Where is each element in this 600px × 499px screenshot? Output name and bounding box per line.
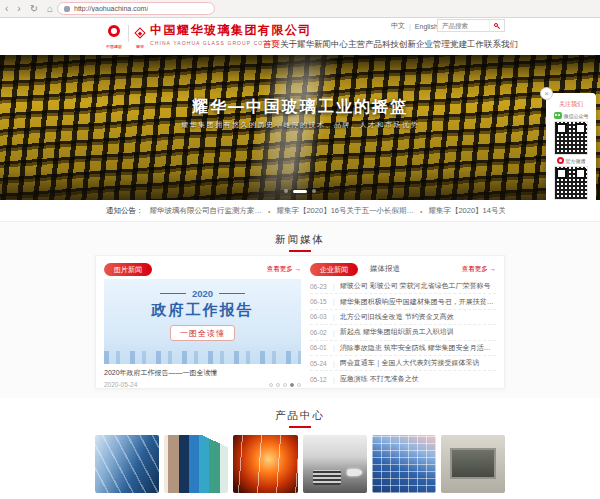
banner-carousel-indicators — [0, 189, 600, 193]
products-section: 产品中心 i — [0, 398, 600, 499]
news-title: 耀华集团积极响应中国建材集团号召，开展扶贫活动 — [340, 297, 496, 307]
news-section: 新闻媒体 图片新闻 查看更多 → 2020 政府工作报告 一图全读懂 2020年… — [0, 222, 600, 398]
photo-news-more-link[interactable]: 查看更多 → — [267, 265, 301, 274]
title-underline — [289, 250, 311, 252]
notice-item[interactable]: 耀集字【2020】16号关于五一小长假期… — [276, 206, 414, 216]
yaohua-logo[interactable]: 耀华 — [132, 23, 148, 49]
company-news-more-link[interactable]: 查看更多 → — [462, 265, 496, 274]
news-row[interactable]: 06-01|消除事故隐患 筑牢安全防线 耀华集团安全月活动启动 — [310, 341, 496, 356]
address-bar[interactable]: http://yaohuachina.com/ — [57, 2, 215, 15]
wechat-row: 微信公众号 — [546, 112, 596, 119]
news-row[interactable]: 05-12|应急演练 不打无准备之仗 — [310, 371, 496, 386]
back-icon[interactable]: ‹ — [5, 4, 8, 14]
lang-en-link[interactable]: English — [415, 23, 438, 30]
carousel-dot[interactable] — [297, 383, 301, 387]
news-date: 06-23 — [310, 283, 332, 290]
product-image-tinted-glass-sheets[interactable] — [164, 435, 228, 493]
forward-icon[interactable]: › — [17, 4, 20, 14]
tab-photo-news[interactable]: 图片新闻 — [104, 263, 152, 276]
row-divider: | — [333, 283, 335, 290]
product-cards — [95, 435, 505, 493]
group-logo[interactable]: 中国建材 — [104, 23, 124, 49]
news-row[interactable]: 05-24|两会直通车｜全国人大代表刘芳接受媒体采访 — [310, 356, 496, 371]
nav-home[interactable]: 首页 — [263, 39, 280, 51]
news-row[interactable]: 06-23|耀玻公司 彩玻公司 荣获河北省绿色工厂荣誉称号 — [310, 279, 496, 294]
search-button[interactable] — [489, 20, 504, 31]
company-name: 中国耀华玻璃集团有限公司 — [150, 22, 312, 39]
slide-title: 政府工作报告 — [104, 301, 301, 320]
nav-contact[interactable]: 联系我们 — [484, 39, 518, 51]
nav-technology[interactable]: 科技创新 — [382, 39, 416, 51]
language-switch: 中文 | English — [391, 21, 438, 31]
product-image-solar-glass[interactable] — [372, 435, 436, 493]
carousel-dot[interactable] — [276, 383, 280, 387]
site-icon — [64, 6, 70, 12]
close-icon[interactable]: × — [540, 87, 553, 100]
weibo-qr-code — [554, 166, 588, 200]
notice-item[interactable]: 耀华玻璃有限公司自行监测方案… — [150, 206, 263, 216]
news-title: 新起点 耀华集团组织新员工入职培训 — [340, 327, 454, 337]
nav-about[interactable]: 关于耀华 — [280, 39, 314, 51]
weibo-label: 官方微博 — [566, 158, 586, 164]
carousel-dot[interactable] — [312, 189, 316, 193]
wechat-qr-code — [554, 121, 588, 155]
news-row[interactable]: 06-03|北方公司旧线全改造 节约资金又高效 — [310, 310, 496, 325]
row-divider: | — [333, 329, 335, 336]
logo-divider — [128, 25, 129, 42]
photo-carousel-dots — [269, 383, 301, 387]
news-date: 05-24 — [310, 360, 332, 367]
news-title: 耀玻公司 彩玻公司 荣获河北省绿色工厂荣誉称号 — [340, 281, 491, 291]
machine-bed — [450, 448, 496, 479]
yaohua-logo-caption: 耀华 — [132, 45, 148, 49]
carousel-dot-active[interactable] — [293, 190, 307, 193]
news-date: 06-15 — [310, 298, 332, 305]
bullet-icon: • — [268, 208, 270, 215]
row-divider: | — [333, 344, 335, 351]
slide-year: 2020 — [104, 288, 301, 299]
tab-media-reports[interactable]: 媒体报道 — [370, 264, 400, 274]
nav-products[interactable]: 主营产品 — [348, 39, 382, 51]
nav-news[interactable]: 新闻中心 — [314, 39, 348, 51]
slide-caption[interactable]: 2020年政府工作报告——一图全读懂 — [104, 368, 301, 378]
news-row[interactable]: 06-02|新起点 耀华集团组织新员工入职培训 — [310, 325, 496, 340]
lang-zh-link[interactable]: 中文 — [391, 21, 405, 31]
carousel-dot[interactable] — [269, 383, 273, 387]
product-image-processing-equipment[interactable] — [441, 435, 505, 493]
title-underline — [289, 426, 311, 428]
carousel-dot[interactable] — [284, 189, 288, 193]
photo-news-slide[interactable]: 2020 政府工作报告 一图全读懂 — [104, 279, 301, 364]
yaohua-diamond-icon — [134, 27, 145, 38]
slide-button[interactable]: 一图全读懂 — [170, 325, 235, 341]
follow-us-widget: × 关注我们 微信公众号 官方微博 — [546, 93, 596, 206]
news-date: 06-01 — [310, 344, 332, 351]
lang-divider: | — [409, 23, 411, 30]
wechat-label: 微信公众号 — [564, 113, 589, 119]
news-title: 两会直通车｜全国人大代表刘芳接受媒体采访 — [340, 358, 480, 368]
nav-party[interactable]: 党建工作 — [450, 39, 484, 51]
product-image-fireproof-glass[interactable] — [233, 435, 297, 493]
product-image-automotive-glass[interactable] — [303, 435, 367, 493]
products-section-header: 产品中心 — [0, 398, 600, 428]
hero-banner[interactable]: 耀华—中国玻璃工业的摇篮 耀华集团拥有悠久的历史，雄厚的技术、品牌、人才和市场优… — [0, 55, 600, 200]
company-news-column: 企业新闻 媒体报道 查看更多 → 06-23|耀玻公司 彩玻公司 荣获河北省绿色… — [310, 262, 496, 387]
search-input[interactable] — [438, 20, 489, 31]
products-section-title: 产品中心 — [0, 409, 600, 423]
url-text[interactable]: http://yaohuachina.com/ — [74, 5, 148, 12]
home-icon[interactable]: ⌂ — [47, 4, 53, 14]
news-row[interactable]: 06-15|耀华集团积极响应中国建材集团号召，开展扶贫活动 — [310, 294, 496, 309]
weibo-row: 官方微博 — [546, 157, 596, 164]
row-divider: | — [333, 313, 335, 320]
news-section-header: 新闻媒体 — [0, 222, 600, 252]
product-search — [437, 19, 505, 32]
cnbm-ring-icon — [108, 25, 120, 37]
carousel-dot-active[interactable] — [290, 383, 294, 387]
news-date: 06-03 — [310, 313, 332, 320]
notice-item[interactable]: 耀集字【2020】14号关于转发抗疫科技… — [428, 206, 505, 216]
product-image-architectural-glass[interactable] — [95, 435, 159, 493]
refresh-icon[interactable]: ↻ — [30, 4, 38, 14]
weibo-icon — [557, 157, 564, 164]
news-date: 05-12 — [310, 376, 332, 383]
carousel-dot[interactable] — [283, 383, 287, 387]
tab-company-news[interactable]: 企业新闻 — [310, 263, 358, 276]
nav-management[interactable]: 企业管理 — [416, 39, 450, 51]
